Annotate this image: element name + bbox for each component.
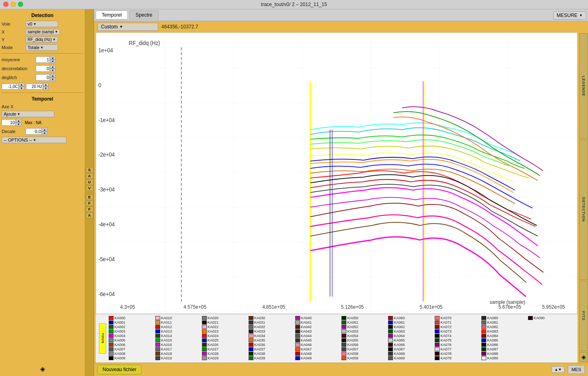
legend-item-label: KA056 bbox=[347, 343, 358, 347]
svg-text:-5e+04: -5e+04 bbox=[98, 256, 115, 263]
app-container: trace_tout/v0/ 2 – 2012_11_15 Detection … bbox=[0, 0, 588, 376]
legend-color-box bbox=[341, 343, 346, 347]
moyenne-down-btn[interactable]: ▼ bbox=[50, 60, 56, 63]
decale-input[interactable] bbox=[26, 128, 42, 135]
legend-item-label: KA085 bbox=[487, 338, 498, 342]
custom-select[interactable]: Custom ▼ bbox=[97, 23, 158, 31]
options-select[interactable]: -- OPTIONS -- ▼ bbox=[2, 137, 67, 143]
legend-color-box bbox=[481, 352, 486, 356]
legend-item: KA041 bbox=[295, 320, 341, 324]
legend-item: KA004 bbox=[109, 334, 155, 338]
legend-item: KA070 bbox=[435, 316, 481, 320]
maximize-button[interactable] bbox=[18, 2, 23, 7]
legend-item-label: KA013 bbox=[161, 329, 172, 333]
legend-item: KA005 bbox=[109, 338, 155, 342]
legend-item-label: KA072 bbox=[440, 325, 451, 329]
bottom-mes-select[interactable]: ▲▼ bbox=[552, 366, 564, 373]
legend-item-label: KA015 bbox=[161, 338, 172, 342]
mes-btn[interactable]: MES bbox=[568, 365, 585, 374]
legend-item-label: KA025 bbox=[208, 338, 219, 342]
val2-up-btn[interactable]: ▲ bbox=[43, 83, 49, 86]
fits-btn[interactable]: FITS bbox=[579, 281, 588, 351]
decorrelation-input[interactable] bbox=[36, 65, 50, 72]
mesure-dropdown[interactable]: MESURE ▼ bbox=[553, 11, 586, 19]
legend-item: KA080 bbox=[481, 316, 528, 320]
legend-item-label: KA017 bbox=[161, 347, 172, 351]
mode-select[interactable]: Totale ▼ bbox=[26, 44, 58, 51]
legend-item: KA077 bbox=[435, 347, 481, 351]
close-button[interactable] bbox=[3, 2, 9, 7]
nouveau-fichier-btn[interactable]: Nouveau fichier bbox=[97, 365, 142, 374]
axe-x-label: Axe X bbox=[2, 104, 34, 109]
legend-item: KA031 bbox=[249, 320, 295, 324]
sauv-btn[interactable]: S bbox=[86, 167, 93, 173]
legend-item-label: KA011 bbox=[161, 320, 172, 324]
legend-item: KA003 bbox=[109, 329, 155, 333]
val1-input[interactable] bbox=[2, 84, 19, 90]
effa-f-btn[interactable]: F bbox=[86, 200, 93, 206]
moyenne-up-btn[interactable]: ▲ bbox=[50, 56, 56, 60]
voie-label: Voie bbox=[2, 21, 24, 26]
legend-item-label: KA075 bbox=[440, 338, 451, 342]
legend-color-box bbox=[202, 316, 207, 320]
legend-item-label: KA041 bbox=[301, 320, 312, 324]
deglitch-down-btn[interactable]: ▼ bbox=[50, 77, 56, 81]
legend-item-label: KA050 bbox=[347, 316, 358, 320]
legend-item-label: KA071 bbox=[440, 320, 451, 324]
compass-bottom-icon[interactable]: ◈ bbox=[579, 352, 588, 362]
legend-item-label: KA021 bbox=[208, 320, 219, 324]
moyenne-input[interactable] bbox=[36, 56, 50, 63]
sauv-v-btn[interactable]: V bbox=[86, 185, 93, 191]
tab-temporel[interactable]: Temporel bbox=[96, 11, 128, 19]
legend-item: KA037 bbox=[249, 347, 295, 351]
legend-color-box bbox=[435, 334, 440, 338]
sauv-a-btn[interactable]: A bbox=[86, 173, 93, 179]
legend-color-box bbox=[202, 334, 207, 338]
val1-down-btn[interactable]: ▼ bbox=[19, 86, 24, 90]
minimize-button[interactable] bbox=[11, 2, 16, 7]
voie-select[interactable]: v0 ▼ bbox=[26, 21, 58, 27]
custom-arrow-icon: ▼ bbox=[119, 25, 123, 29]
detection-btn[interactable]: DETECTION bbox=[579, 140, 588, 280]
decorrelation-up-btn[interactable]: ▲ bbox=[50, 65, 56, 69]
legend-color-box bbox=[202, 356, 207, 360]
val1-up-btn[interactable]: ▲ bbox=[19, 83, 24, 86]
decale-down-btn[interactable]: ▼ bbox=[42, 131, 47, 135]
ajoute-select[interactable]: Ajoute ▼ bbox=[2, 111, 54, 117]
legend-item-label: KA065 bbox=[394, 338, 405, 342]
legend-item-label: KA068 bbox=[394, 352, 405, 356]
x10-up-btn[interactable]: ▲ bbox=[16, 119, 21, 122]
legend-item: KA015 bbox=[155, 338, 202, 342]
x10-input[interactable] bbox=[2, 119, 16, 126]
val2-input[interactable] bbox=[26, 84, 43, 90]
legend-item-label: KA088 bbox=[487, 352, 498, 356]
ajoute-arrow-icon: ▼ bbox=[17, 112, 20, 116]
legend-item-label: KA083 bbox=[487, 329, 498, 333]
legend-item: KA055 bbox=[341, 338, 388, 342]
deglitch-up-btn[interactable]: ▲ bbox=[50, 74, 56, 77]
effa-e-btn[interactable]: E bbox=[86, 194, 93, 200]
legend-item: KA011 bbox=[155, 320, 202, 324]
decorrelation-down-btn[interactable]: ▼ bbox=[50, 69, 56, 72]
divider2 bbox=[2, 92, 83, 93]
effa-a-btn[interactable]: A bbox=[86, 213, 93, 218]
x10-down-btn[interactable]: ▼ bbox=[16, 122, 21, 126]
deglitch-input[interactable] bbox=[36, 74, 50, 81]
legend-item-label: KA010 bbox=[161, 316, 172, 320]
tab-spectre[interactable]: Spectre bbox=[129, 11, 158, 19]
decale-stepper: ▲ ▼ bbox=[26, 128, 47, 135]
legend-color-box bbox=[481, 334, 486, 338]
legend-color-box bbox=[155, 352, 160, 356]
legende-btn[interactable]: LEGENDE bbox=[579, 33, 588, 139]
val2-down-btn[interactable]: ▼ bbox=[43, 86, 49, 90]
compass-icon[interactable]: ◈ bbox=[40, 365, 45, 373]
x-select[interactable]: sample (sampl ▼ bbox=[26, 29, 60, 35]
sauv-u-btn[interactable]: U bbox=[86, 179, 93, 185]
svg-text:0: 0 bbox=[98, 82, 101, 88]
effa-f2-btn[interactable]: F bbox=[86, 206, 93, 212]
y-select[interactable]: RF_didq (Hz) ▼ bbox=[26, 37, 58, 43]
mode-row: Mode Totale ▼ bbox=[2, 44, 83, 51]
decale-up-btn[interactable]: ▲ bbox=[42, 128, 47, 131]
legend-color-box bbox=[341, 329, 346, 333]
legend-item: KA038 bbox=[249, 352, 295, 356]
